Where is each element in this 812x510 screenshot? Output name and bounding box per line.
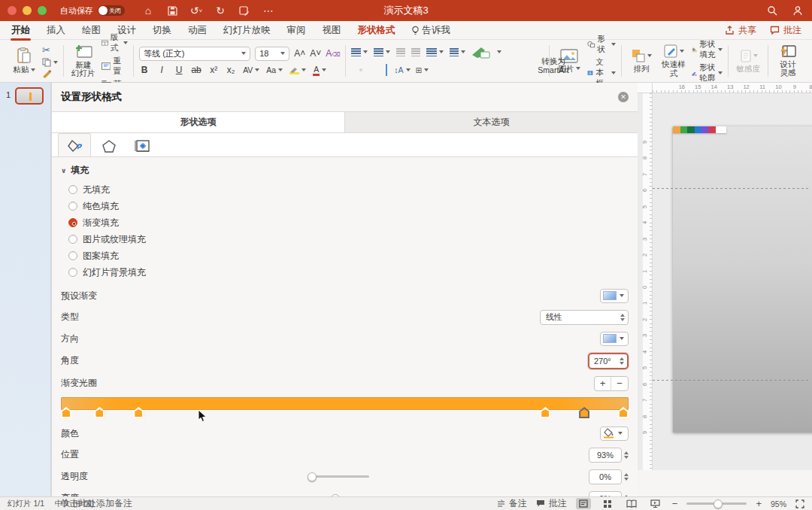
- reading-view-button[interactable]: [624, 498, 639, 509]
- gradient-stop-0[interactable]: [61, 407, 71, 418]
- strikethrough-button[interactable]: ab: [191, 65, 201, 75]
- italic-button[interactable]: I: [156, 65, 167, 75]
- tab-home[interactable]: 开始: [11, 22, 31, 39]
- font-name-select[interactable]: 等线 (正文): [139, 47, 250, 61]
- distribute-button[interactable]: [384, 63, 389, 77]
- copy-button[interactable]: [42, 58, 58, 67]
- preset-gradient-button[interactable]: [600, 289, 629, 303]
- subscript-button[interactable]: x₂: [226, 65, 236, 75]
- new-slide-button[interactable]: 新建 幻灯片: [69, 44, 98, 77]
- bullets-button[interactable]: [351, 48, 368, 56]
- comments-toggle-button[interactable]: 批注: [536, 497, 567, 510]
- normal-view-button[interactable]: [576, 498, 591, 509]
- tab-shape-options[interactable]: 形状选项: [52, 112, 345, 132]
- highlight-color-button[interactable]: [289, 66, 306, 74]
- tab-text-options[interactable]: 文本选项: [345, 112, 638, 132]
- zoom-level[interactable]: 95%: [771, 499, 786, 508]
- brightness-slider[interactable]: [308, 494, 359, 497]
- fill-option-none[interactable]: 无填充: [61, 181, 629, 198]
- shape-fill-button[interactable]: 形状填充: [692, 39, 723, 60]
- remove-stop-button[interactable]: −: [611, 377, 628, 390]
- decrease-indent-button[interactable]: [396, 48, 405, 56]
- paste-button[interactable]: 粘贴: [10, 47, 38, 74]
- tab-insert[interactable]: 插入: [46, 22, 66, 39]
- increase-indent-button[interactable]: [411, 48, 420, 56]
- design-ideas-button[interactable]: 设计 灵感: [774, 44, 802, 77]
- transparency-stepper[interactable]: [624, 473, 629, 481]
- superscript-button[interactable]: x²: [208, 65, 219, 75]
- shapes-button[interactable]: 形状: [587, 34, 616, 55]
- slide[interactable]: [673, 126, 812, 433]
- tab-view[interactable]: 视图: [322, 22, 342, 39]
- align-right-button[interactable]: [368, 68, 371, 71]
- zoom-out-button[interactable]: −: [672, 498, 678, 509]
- quick-styles-button[interactable]: 快速样式: [659, 44, 688, 77]
- transparency-slider[interactable]: [308, 472, 369, 481]
- numbering-button[interactable]: [374, 48, 390, 56]
- fill-line-category[interactable]: [58, 133, 91, 156]
- language-indicator[interactable]: 中文 (中国): [55, 499, 94, 509]
- justify-button[interactable]: [376, 68, 379, 71]
- gradient-stop-86[interactable]: [540, 407, 550, 418]
- slide-sorter-view-button[interactable]: [600, 498, 615, 509]
- autosave-switch[interactable]: 关闭: [98, 5, 125, 16]
- tab-transitions[interactable]: 切换: [152, 22, 172, 39]
- effects-category[interactable]: [94, 133, 124, 156]
- stop-color-button[interactable]: [600, 427, 629, 441]
- notes-toggle-button[interactable]: 备注: [497, 497, 527, 510]
- format-painter-button[interactable]: [42, 69, 58, 78]
- home-icon[interactable]: ⌂: [141, 4, 155, 17]
- convert-smartart-button[interactable]: 转换为 SmartArt: [538, 57, 568, 74]
- align-center-button[interactable]: [359, 68, 362, 71]
- fill-option-picture[interactable]: 图片或纹理填充: [61, 231, 629, 247]
- font-size-select[interactable]: 18: [255, 47, 289, 61]
- position-stepper[interactable]: [624, 451, 629, 459]
- size-properties-category[interactable]: [127, 133, 159, 156]
- tab-draw[interactable]: 绘图: [81, 22, 102, 39]
- account-icon[interactable]: [791, 4, 804, 17]
- bold-button[interactable]: B: [139, 65, 150, 75]
- minimize-window-button[interactable]: [23, 6, 32, 15]
- fill-option-gradient[interactable]: 渐变填充: [61, 214, 629, 231]
- tell-me-button[interactable]: 告诉我: [411, 24, 451, 37]
- line-spacing-button[interactable]: [426, 48, 444, 56]
- slide-thumbnail[interactable]: [15, 87, 44, 105]
- arrange-button[interactable]: 排列: [627, 48, 656, 74]
- gradient-stop-13[interactable]: [133, 407, 144, 418]
- underline-button[interactable]: U: [174, 65, 184, 75]
- brightness-input[interactable]: 0%: [589, 491, 622, 497]
- tab-design[interactable]: 设计: [117, 22, 137, 39]
- gradient-type-select[interactable]: 线性: [540, 310, 629, 325]
- reset-button[interactable]: 重置: [102, 56, 129, 77]
- gradient-stop-6[interactable]: [94, 407, 105, 418]
- undo-icon[interactable]: ↺˅: [189, 4, 203, 17]
- tab-review[interactable]: 审阅: [286, 22, 307, 39]
- save-icon[interactable]: [165, 4, 179, 17]
- print-icon[interactable]: [238, 4, 251, 17]
- fill-section-header[interactable]: ∨填充: [61, 157, 629, 181]
- transparency-input[interactable]: 0%: [589, 469, 622, 484]
- horizontal-guide-top[interactable]: [653, 188, 810, 189]
- character-spacing-button[interactable]: AV: [243, 65, 259, 74]
- search-icon[interactable]: [765, 4, 779, 17]
- slide-canvas[interactable]: 1615141312111098765432101234567891011121…: [638, 83, 812, 470]
- fit-slide-button[interactable]: [795, 499, 804, 508]
- align-text-button[interactable]: ⊞: [416, 65, 429, 74]
- horizontal-guide-bottom[interactable]: [653, 380, 810, 381]
- grow-font-button[interactable]: A˄: [294, 48, 305, 59]
- shape-outline-button[interactable]: 形状轮廓: [692, 62, 723, 83]
- zoom-in-button[interactable]: +: [756, 498, 762, 509]
- cut-button[interactable]: ✂: [42, 44, 58, 56]
- direction-button[interactable]: [600, 332, 629, 346]
- position-input[interactable]: 93%: [589, 448, 622, 463]
- autosave-toggle[interactable]: 自动保存 关闭: [60, 5, 125, 17]
- zoom-window-button[interactable]: [38, 6, 47, 15]
- tab-shape-format[interactable]: 形状格式: [357, 22, 396, 39]
- fill-option-solid[interactable]: 纯色填充: [61, 198, 629, 214]
- comments-button[interactable]: 批注: [770, 24, 801, 37]
- font-color-button[interactable]: A: [313, 65, 326, 76]
- fill-option-background[interactable]: 幻灯片背景填充: [61, 264, 629, 281]
- clear-formatting-button[interactable]: A⌫: [326, 48, 340, 59]
- add-stop-button[interactable]: +: [595, 377, 611, 390]
- zoom-slider[interactable]: [686, 499, 747, 508]
